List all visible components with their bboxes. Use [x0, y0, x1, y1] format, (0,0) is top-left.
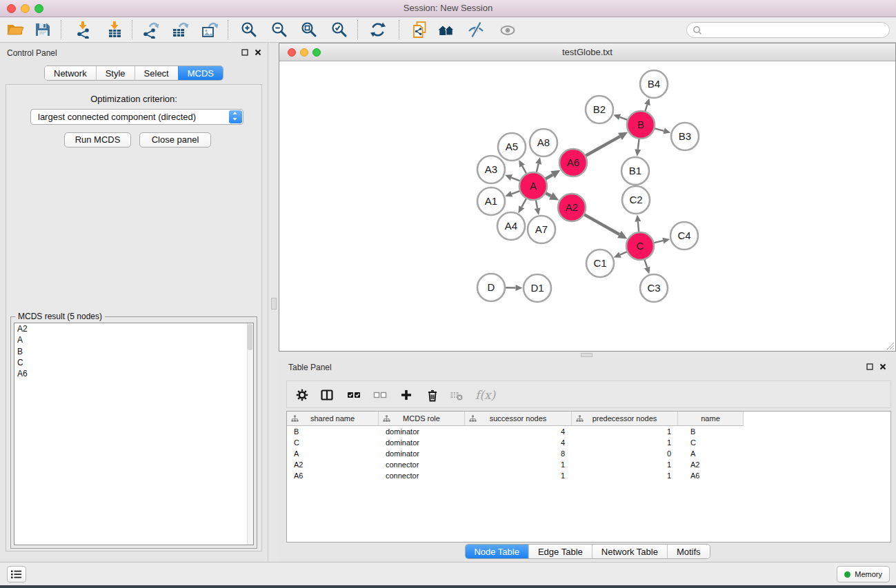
export-network-icon[interactable] — [141, 21, 159, 39]
column-header[interactable]: shared name — [287, 412, 379, 426]
zoom-traffic-light[interactable] — [34, 4, 43, 13]
table-cell[interactable]: A6 — [287, 470, 379, 481]
column-header[interactable]: name — [678, 412, 744, 426]
graph-edge-A-A3[interactable] — [511, 178, 520, 181]
open-session-icon[interactable] — [6, 21, 24, 39]
select-all-columns-icon[interactable] — [347, 388, 361, 402]
network-window-titlebar[interactable]: testGlobe.txt — [279, 43, 895, 61]
result-scrollbar[interactable] — [247, 323, 253, 545]
export-image-icon[interactable] — [201, 21, 219, 39]
graph-edge-C-C2[interactable] — [638, 221, 639, 232]
import-network-icon[interactable] — [74, 21, 92, 39]
result-item[interactable]: A6 — [14, 368, 253, 379]
result-item[interactable]: C — [14, 357, 253, 368]
graph-edge-A2-C[interactable] — [584, 214, 619, 234]
minimize-traffic-light[interactable] — [21, 4, 30, 13]
show-columns-icon[interactable] — [320, 388, 334, 402]
tab-style[interactable]: Style — [96, 66, 135, 80]
graph-edge-A-A7[interactable] — [536, 200, 537, 208]
table-cell[interactable]: A2 — [287, 459, 379, 470]
tab-select[interactable]: Select — [135, 66, 178, 80]
tab-motifs[interactable]: Motifs — [667, 545, 710, 558]
table-cell[interactable]: 1 — [572, 470, 678, 481]
table-cell[interactable]: A2 — [678, 459, 744, 470]
unselect-all-columns-icon[interactable] — [373, 388, 387, 402]
table-cell[interactable]: 1 — [465, 470, 572, 481]
table-cell[interactable]: 1 — [572, 459, 678, 470]
table-cell[interactable]: 1 — [572, 437, 678, 448]
graph-edge-A-A2[interactable] — [545, 193, 550, 196]
table-cell[interactable]: dominator — [379, 448, 465, 459]
minimize-traffic-light[interactable] — [300, 48, 308, 57]
table-row[interactable]: Adominator80A — [287, 448, 890, 459]
table-options-gear-icon[interactable] — [295, 388, 309, 402]
graph-edge-B-B2[interactable] — [620, 117, 628, 120]
close-panel-button[interactable]: Close panel — [139, 132, 211, 148]
float-panel-icon[interactable] — [866, 363, 873, 370]
save-session-icon[interactable] — [34, 21, 52, 39]
graph-edge-B-B1[interactable] — [638, 139, 639, 150]
graph-edge-A-A8[interactable] — [537, 164, 539, 173]
table-cell[interactable]: 4 — [465, 437, 572, 448]
float-panel-icon[interactable] — [241, 49, 248, 56]
graph-edge-C-C3[interactable] — [644, 259, 647, 267]
graph-edge-A6-B[interactable] — [585, 136, 619, 156]
column-header[interactable]: MCDS role — [379, 412, 465, 426]
graph-edge-A-A1[interactable] — [512, 191, 521, 194]
close-traffic-light[interactable] — [7, 4, 16, 13]
table-cell[interactable]: C — [287, 437, 379, 448]
console-tasks-button[interactable] — [7, 566, 26, 582]
table-row[interactable]: A2connector11A2 — [287, 459, 890, 470]
table-row[interactable]: A6connector11A6 — [287, 470, 890, 481]
window-resize-grip[interactable] — [886, 342, 895, 350]
criterion-dropdown[interactable]: largest connected component (directed) — [30, 109, 243, 125]
scrollbar-thumb[interactable] — [248, 324, 252, 350]
table-cell[interactable]: dominator — [379, 437, 465, 448]
add-column-icon[interactable] — [399, 388, 413, 402]
graph-edge-C-C4[interactable] — [653, 241, 663, 243]
table-cell[interactable]: A6 — [678, 470, 744, 481]
graph-edge-B-B3[interactable] — [654, 128, 664, 131]
import-table-icon[interactable] — [106, 21, 123, 39]
memory-button[interactable]: Memory — [837, 566, 890, 582]
column-header[interactable]: predecessor nodes — [572, 412, 678, 426]
tab-mcds[interactable]: MCDS — [178, 66, 223, 80]
search-input[interactable] — [704, 23, 886, 37]
table-cell[interactable]: connector — [379, 470, 465, 481]
zoom-in-icon[interactable] — [240, 21, 258, 39]
table-cell[interactable]: A — [287, 448, 379, 459]
tab-network[interactable]: Network — [45, 66, 96, 80]
graph-edge-A-A5[interactable] — [522, 166, 526, 174]
export-table-icon[interactable] — [171, 21, 189, 39]
table-cell[interactable]: dominator — [379, 426, 465, 437]
table-cell[interactable]: 0 — [572, 448, 678, 459]
graph-edge-C-C1[interactable] — [620, 252, 628, 255]
delete-columns-icon[interactable] — [426, 388, 439, 402]
column-header[interactable]: successor nodes — [465, 412, 572, 426]
table-cell[interactable]: B — [287, 426, 379, 437]
tab-node-table[interactable]: Node Table — [465, 545, 528, 558]
graph-edge-A-A6[interactable] — [545, 174, 552, 179]
graph-edge-A-A4[interactable] — [521, 199, 526, 207]
network-graph[interactable]: AA1A2A3A4A5A6A7A8BB1B2B3B4CC1C2C3C4DD1 — [279, 61, 895, 351]
table-row[interactable]: Bdominator41B — [287, 426, 890, 437]
run-mcds-button[interactable]: Run MCDS — [64, 132, 131, 148]
divider-grip[interactable] — [581, 353, 593, 357]
result-item[interactable]: A2 — [14, 323, 253, 334]
table-row[interactable]: Cdominator41C — [287, 437, 890, 448]
table-cell[interactable]: B — [678, 426, 744, 437]
divider-grip[interactable] — [271, 298, 277, 310]
show-hide-details-icon[interactable] — [467, 21, 485, 39]
table-cell[interactable]: C — [678, 437, 744, 448]
eye-icon[interactable] — [499, 21, 517, 39]
table-cell[interactable]: connector — [379, 459, 465, 470]
table-cell[interactable]: 1 — [465, 459, 572, 470]
first-neighbors-icon[interactable] — [437, 21, 455, 39]
tab-network-table[interactable]: Network Table — [592, 545, 667, 558]
table-cell[interactable]: 1 — [572, 426, 678, 437]
close-panel-icon[interactable] — [255, 49, 261, 56]
zoom-fit-icon[interactable] — [300, 21, 318, 39]
table-cell[interactable]: 4 — [465, 426, 572, 437]
graph-edge-B-B4[interactable] — [645, 105, 647, 112]
new-network-from-selection-icon[interactable] — [410, 21, 428, 39]
